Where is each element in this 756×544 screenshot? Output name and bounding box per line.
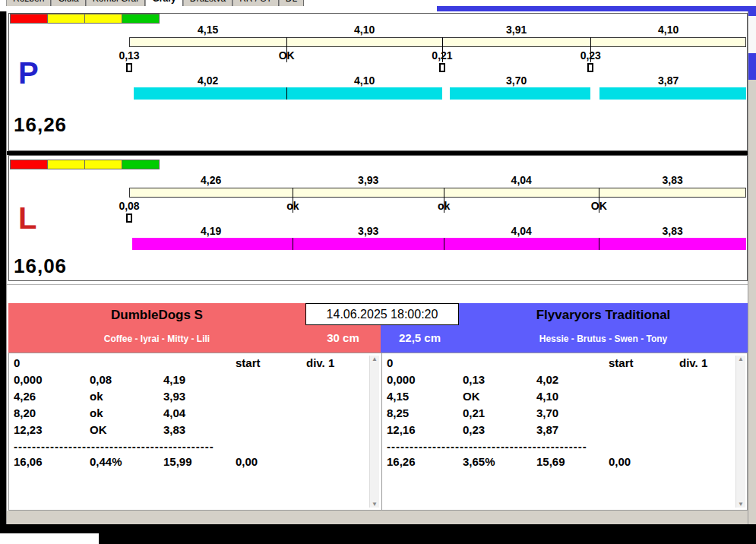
cell: 4,02 [536, 373, 609, 390]
scroll-down-icon[interactable]: ▼ [738, 501, 744, 508]
table-row: 12,23OK3,83 [14, 423, 362, 440]
cross-fault-marker [439, 63, 445, 72]
run-bar [134, 87, 286, 100]
window-title-strip [437, 6, 756, 11]
cell: 0,000 [14, 373, 90, 390]
team-left-results-rows: 0startdiv. 10,0000,084,194,26ok3,938,20o… [14, 356, 362, 472]
team-right-scrollbar[interactable]: ▲ ▼ [735, 356, 745, 508]
run-time-label: 3,87 [658, 74, 679, 87]
table-totals-row: 16,060,44%15,990,00 [14, 455, 362, 472]
results-tables: 0startdiv. 10,0000,084,194,26ok3,938,20o… [8, 353, 748, 511]
cross-gap-label: OK [279, 49, 295, 62]
team-right-jump-height: 22,5 cm [381, 325, 459, 353]
legend-box [10, 160, 48, 169]
run-bar-divider [286, 87, 287, 100]
table-header-row: 0startdiv. 1 [387, 356, 735, 373]
cell: 0 [14, 356, 90, 373]
cross-gap-label: OK [591, 200, 607, 212]
cell: ok [90, 390, 163, 406]
tab-kombi-graf[interactable]: Kombi Graf [86, 0, 146, 6]
legend-box [47, 14, 85, 24]
scroll-up-icon[interactable]: ▲ [738, 356, 744, 362]
pass-track [129, 188, 746, 198]
cross-gap-label: 0,08 [119, 200, 139, 212]
cell: 3,93 [163, 390, 236, 406]
table-row: 0,0000,134,02 [387, 373, 735, 390]
scroll-up-icon[interactable]: ▲ [372, 356, 378, 362]
table-header-row: 0startdiv. 1 [14, 356, 362, 373]
cell: 0,13 [463, 373, 536, 390]
cross-gap-label: 0,21 [432, 49, 452, 62]
tab-bar: RozběhČidlaKombi GrafGrafyDružstvaRR / S… [0, 0, 756, 6]
cell: 15,69 [536, 455, 609, 472]
cell: start [609, 356, 679, 373]
run-time-label: 3,70 [506, 74, 527, 87]
scrollbar-thumb[interactable] [748, 53, 756, 80]
team-left-dogs: Coffee - Iyrai - Mitty - Lili [8, 334, 305, 344]
main-scrollbar[interactable] [748, 11, 756, 524]
cross-gap-label: ok [286, 200, 299, 212]
cell: 3,83 [163, 423, 236, 440]
tab-grafy[interactable]: Grafy [145, 0, 182, 6]
cell [163, 356, 236, 373]
cell: 12,16 [387, 423, 463, 440]
split-time-label: 4,04 [511, 174, 532, 186]
table-row: 8,20ok4,04 [14, 406, 362, 423]
team-left-jump-height: 30 cm [305, 325, 381, 353]
run-bar [450, 87, 590, 100]
cell: 8,20 [14, 406, 90, 423]
cell: 0 [387, 356, 463, 373]
cell: 8,25 [387, 406, 463, 423]
legend-box [84, 14, 122, 24]
taskbar-fragment [0, 533, 99, 544]
cell: 0,00 [609, 455, 679, 472]
cell [90, 356, 163, 373]
run-bar-divider [599, 238, 599, 250]
scroll-down-icon[interactable]: ▼ [372, 501, 378, 508]
table-separator: ----------------------------------------… [14, 440, 362, 455]
run-time-label: 3,93 [358, 225, 378, 237]
team-right-results-rows: 0startdiv. 10,0000,134,024,15OK4,108,250… [387, 356, 735, 472]
cell: 4,10 [536, 390, 609, 406]
pass-track [129, 37, 746, 47]
run-bar [599, 238, 746, 250]
tab-rozb-h[interactable]: Rozběh [6, 0, 51, 6]
tab--idla[interactable]: Čidla [51, 0, 85, 6]
tab-rr-st[interactable]: RR / ST [232, 0, 279, 6]
run-time-label: 4,10 [354, 74, 375, 87]
run-bar-divider [293, 238, 293, 250]
window-top-strip [0, 6, 756, 11]
table-row: 4,15OK4,10 [387, 390, 735, 406]
cell [536, 356, 609, 373]
tab-dl[interactable]: DL [279, 0, 304, 6]
cell: 4,15 [387, 390, 463, 406]
table-separator: ----------------------------------------… [387, 440, 735, 455]
cell: 3,70 [536, 406, 609, 423]
team-right-name: Flyvaryors Traditional [459, 308, 748, 323]
cell: ok [90, 406, 163, 423]
bottom-strip [7, 511, 748, 524]
cell: 12,23 [14, 423, 90, 440]
scrollbar-track[interactable] [748, 16, 756, 53]
split-time-label: 3,91 [506, 24, 527, 36]
lane-total-time-l: 16,06 [14, 255, 67, 278]
team-left-scrollbar[interactable]: ▲ ▼ [369, 356, 379, 508]
main-content: P 16,26 4,154,103,914,100,13OK0,210,234,… [6, 11, 748, 524]
cell: 0,21 [463, 406, 536, 423]
section-divider [7, 284, 748, 285]
cell: 4,04 [163, 406, 236, 423]
flyball-timing-app: RozběhČidlaKombi GrafGrafyDružstvaRR / S… [0, 0, 756, 544]
cell: OK [90, 423, 163, 440]
table-row: 8,250,213,70 [387, 406, 735, 423]
table-totals-row: 16,263,65%15,690,00 [387, 455, 735, 472]
split-time-label: 3,93 [358, 174, 378, 186]
legend-box [84, 160, 122, 169]
team-right-dogs: Hessie - Brutus - Swen - Tony [459, 334, 748, 344]
split-time-label: 4,10 [354, 24, 375, 36]
legend-box [47, 160, 85, 169]
lane-letter-l: L [18, 203, 36, 233]
race-timestamp: 14.06.2025 18:00:20 [305, 303, 459, 325]
run-bar [293, 238, 444, 250]
cell: OK [463, 390, 536, 406]
tab-dru-stva[interactable]: Družstva [183, 0, 232, 6]
